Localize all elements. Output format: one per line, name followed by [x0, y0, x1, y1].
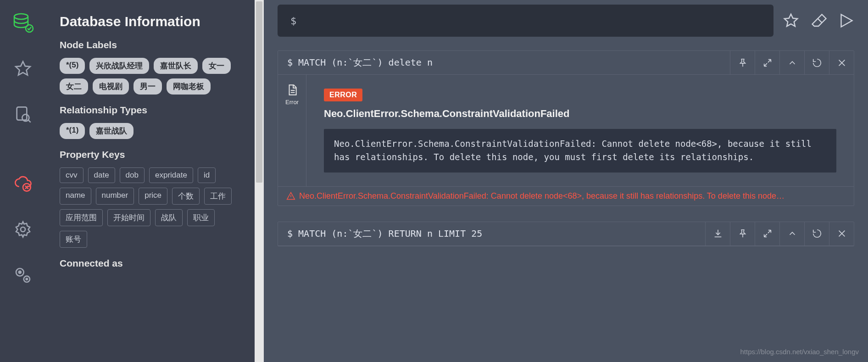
card-tools — [705, 222, 854, 245]
collapse-up-icon[interactable] — [779, 222, 804, 245]
download-icon[interactable] — [705, 222, 730, 245]
card-command[interactable]: $ MATCH (n:`女二`) delete n — [278, 56, 730, 69]
card-content: ERROR Neo.ClientError.Schema.ConstraintV… — [306, 75, 854, 186]
node-label-pill[interactable]: 网咖老板 — [167, 78, 211, 95]
svg-point-5 — [21, 227, 25, 232]
cypher-editor[interactable]: $ — [278, 5, 773, 37]
relationship-type-pill[interactable]: *(1) — [60, 123, 85, 139]
card-command[interactable]: $ MATCH (n:`女二`) RETURN n LIMIT 25 — [278, 228, 705, 240]
node-label-pill[interactable]: *(5) — [60, 58, 85, 74]
erase-icon[interactable] — [810, 12, 827, 29]
documents-search-icon[interactable] — [0, 92, 46, 138]
expand-icon[interactable] — [755, 51, 779, 75]
nav-rail — [0, 0, 46, 362]
property-key-chip[interactable]: 职业 — [187, 209, 215, 226]
property-keys-group: cvv date dob expridate id name number pr… — [60, 167, 241, 248]
node-labels-group: *(5) 兴欣战队经理 嘉世队长 女一 女二 电视剧 男一 网咖老板 — [60, 58, 241, 95]
property-key-chip[interactable]: expridate — [149, 167, 193, 183]
watermark-text: https://blog.csdn.net/vxiao_shen_longv — [740, 348, 859, 356]
property-key-chip[interactable]: 战队 — [155, 209, 183, 226]
property-keys-heading: Property Keys — [60, 149, 241, 160]
svg-point-0 — [14, 14, 28, 19]
relationship-type-pill[interactable]: 嘉世战队 — [89, 123, 134, 139]
favorites-icon[interactable] — [0, 46, 46, 92]
property-key-chip[interactable]: name — [60, 188, 91, 205]
card-footer: Neo.ClientError.Schema.ConstraintValidat… — [278, 186, 854, 206]
card-header: $ MATCH (n:`女二`) RETURN n LIMIT 25 — [278, 222, 854, 246]
pin-icon[interactable] — [730, 51, 755, 75]
property-key-chip[interactable]: date — [88, 167, 115, 183]
error-badge: ERROR — [324, 89, 362, 101]
footer-error-text: Neo.ClientError.Schema.ConstraintValidat… — [299, 191, 785, 201]
node-label-pill[interactable]: 女二 — [60, 78, 88, 95]
svg-point-8 — [19, 271, 21, 273]
node-label-pill[interactable]: 男一 — [134, 78, 162, 95]
pin-icon[interactable] — [730, 222, 755, 245]
node-label-pill[interactable]: 女一 — [202, 58, 231, 74]
settings-icon[interactable] — [0, 206, 46, 252]
card-header: $ MATCH (n:`女二`) delete n — [278, 51, 854, 75]
error-title: Neo.ClientError.Schema.ConstraintValidat… — [324, 108, 836, 120]
card-tools — [730, 51, 854, 75]
cloud-error-icon[interactable] — [0, 161, 46, 206]
sidebar-scrollbar[interactable] — [255, 0, 264, 362]
sidebar-title: Database Information — [60, 14, 241, 29]
expand-icon[interactable] — [755, 222, 779, 245]
property-key-chip[interactable]: 开始时间 — [107, 209, 150, 226]
node-label-pill[interactable]: 电视剧 — [93, 78, 129, 95]
svg-point-9 — [26, 278, 28, 280]
node-label-pill[interactable]: 嘉世队长 — [154, 58, 198, 74]
editor-actions — [783, 12, 854, 29]
property-key-chip[interactable]: 账号 — [60, 231, 87, 248]
editor-row: $ — [278, 0, 868, 46]
rerun-icon[interactable] — [804, 222, 829, 245]
main-panel: $ $ MATCH (n:`女二`) delete n Error — [264, 0, 868, 362]
sidebar-panel: Database Information Node Labels *(5) 兴欣… — [46, 0, 255, 362]
property-key-chip[interactable]: 应用范围 — [60, 209, 103, 226]
card-side-label: Error — [285, 99, 299, 106]
warning-icon — [286, 191, 295, 200]
close-icon[interactable] — [829, 51, 854, 75]
result-card-query: $ MATCH (n:`女二`) RETURN n LIMIT 25 — [278, 222, 854, 246]
file-icon — [286, 83, 298, 97]
node-labels-heading: Node Labels — [60, 39, 241, 50]
connected-as-heading: Connected as — [60, 258, 241, 269]
property-key-chip[interactable]: dob — [120, 167, 145, 183]
rerun-icon[interactable] — [804, 51, 829, 75]
property-key-chip[interactable]: 个数 — [172, 188, 200, 205]
node-label-pill[interactable]: 兴欣战队经理 — [89, 58, 149, 74]
relationship-types-heading: Relationship Types — [60, 105, 241, 116]
collapse-up-icon[interactable] — [779, 51, 804, 75]
property-key-chip[interactable]: number — [96, 188, 134, 205]
favorite-icon[interactable] — [783, 12, 799, 29]
database-logo-icon[interactable] — [0, 0, 46, 46]
close-icon[interactable] — [829, 222, 854, 245]
about-icon[interactable] — [0, 252, 46, 298]
card-side-tab[interactable]: Error — [278, 75, 306, 186]
property-key-chip[interactable]: 工作 — [204, 188, 232, 205]
editor-prompt: $ — [290, 15, 296, 27]
property-key-chip[interactable]: price — [139, 188, 167, 205]
property-key-chip[interactable]: cvv — [60, 167, 83, 183]
property-key-chip[interactable]: id — [198, 167, 216, 183]
run-icon[interactable] — [838, 12, 854, 29]
relationship-types-group: *(1) 嘉世战队 — [60, 123, 241, 139]
error-message-block: Neo.ClientError.Schema.ConstraintValidat… — [324, 129, 836, 173]
result-card-error: $ MATCH (n:`女二`) delete n Error ERROR Ne… — [278, 50, 854, 206]
